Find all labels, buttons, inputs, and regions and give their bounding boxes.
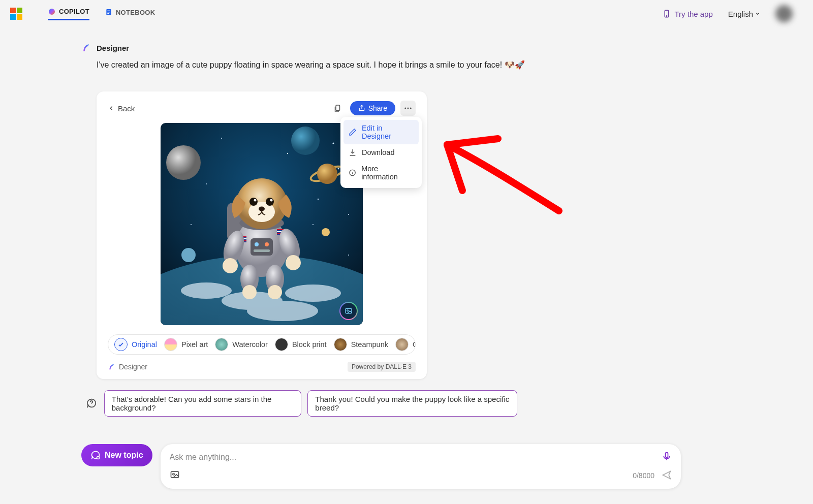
svg-rect-7 (336, 105, 340, 111)
svg-point-40 (265, 242, 269, 246)
new-topic-label: New topic (105, 451, 143, 460)
style-block-print[interactable]: Block print (275, 338, 327, 351)
svg-rect-69 (666, 453, 668, 458)
svg-point-71 (172, 474, 174, 475)
more-button[interactable] (400, 101, 416, 116)
svg-point-32 (181, 282, 232, 299)
svg-rect-4 (107, 13, 109, 14)
image-icon (345, 307, 353, 315)
svg-point-26 (291, 127, 320, 155)
svg-point-53 (286, 255, 301, 270)
tab-copilot[interactable]: COPILOT (48, 8, 89, 20)
card-footer: Designer Powered by DALL·E 3 (108, 362, 416, 372)
header-right: Try the app English (662, 5, 803, 22)
svg-point-0 (49, 9, 55, 15)
chevron-down-icon (755, 11, 760, 16)
style-label: Cl (413, 340, 416, 349)
char-counter: 0/8000 (633, 471, 654, 480)
suggestion-1[interactable]: That's adorable! Can you add some stars … (104, 390, 302, 417)
composer: 0/8000 (161, 444, 681, 489)
microsoft-logo[interactable] (10, 8, 22, 20)
copilot-icon (48, 8, 56, 16)
menu-download[interactable]: Download (343, 144, 419, 161)
style-watercolor[interactable]: Watercolor (215, 338, 268, 351)
style-label: Steampunk (351, 340, 388, 349)
attach-image-button[interactable] (170, 469, 180, 482)
svg-point-62 (254, 199, 257, 202)
mic-button[interactable] (662, 451, 672, 463)
menu-label: More information (361, 165, 414, 181)
svg-point-28 (317, 164, 337, 184)
svg-point-14 (221, 138, 222, 139)
header-tabs: COPILOT NOTEBOOK (48, 8, 155, 20)
send-button[interactable] (662, 470, 672, 482)
tab-notebook[interactable]: NOTEBOOK (105, 8, 155, 20)
svg-point-63 (266, 198, 274, 206)
assistant-name: Designer (97, 44, 129, 52)
style-steampunk[interactable]: Steampunk (334, 338, 388, 351)
info-icon (349, 169, 356, 177)
powered-by-badge: Powered by DALL·E 3 (348, 362, 416, 372)
generate-badge[interactable] (339, 302, 358, 320)
svg-point-9 (408, 108, 409, 109)
svg-rect-2 (107, 11, 110, 11)
download-icon (349, 148, 357, 156)
svg-point-23 (318, 199, 319, 200)
style-truncated[interactable]: Cl (395, 338, 416, 351)
generated-image[interactable] (161, 123, 363, 325)
svg-point-20 (332, 142, 334, 144)
svg-point-25 (166, 145, 201, 180)
svg-point-22 (206, 183, 207, 184)
share-button[interactable]: Share (350, 101, 395, 115)
new-topic-button[interactable]: New topic (81, 444, 152, 466)
card-toolbar: Back Share (108, 101, 416, 116)
footer-designer-label: Designer (119, 363, 147, 371)
more-icon (403, 104, 413, 113)
svg-point-8 (404, 108, 406, 109)
assistant-message: I've created an image of a cute puppy fl… (97, 59, 732, 71)
try-app-link[interactable]: Try the app (662, 9, 712, 18)
check-icon (117, 341, 124, 348)
user-avatar[interactable] (775, 5, 793, 22)
copy-button[interactable] (330, 101, 345, 116)
more-menu-dropdown: Edit in Designer Download More informati… (340, 117, 422, 188)
suggestion-2[interactable]: Thank you! Could you make the puppy look… (307, 390, 517, 417)
svg-point-52 (223, 258, 238, 273)
back-label: Back (118, 104, 135, 113)
style-label: Pixel art (181, 340, 208, 349)
share-icon (358, 105, 365, 112)
share-label: Share (368, 104, 387, 112)
menu-label: Download (362, 148, 395, 156)
svg-point-6 (667, 16, 668, 17)
svg-point-16 (312, 224, 314, 225)
style-pixel-art[interactable]: Pixel art (164, 338, 208, 351)
svg-point-61 (249, 198, 258, 206)
pencil-icon (349, 128, 357, 136)
svg-rect-38 (251, 238, 273, 256)
suggestion-row: That's adorable! Can you add some stars … (85, 390, 517, 417)
conversation: Designer I've created an image of a cute… (0, 27, 813, 417)
help-icon[interactable] (85, 396, 98, 411)
back-button[interactable]: Back (108, 104, 135, 113)
send-icon (662, 470, 672, 480)
chevron-left-icon (108, 105, 115, 112)
svg-point-21 (287, 153, 288, 154)
svg-point-64 (270, 199, 273, 202)
style-original[interactable]: Original (114, 338, 157, 351)
notebook-icon (105, 8, 113, 16)
language-selector[interactable]: English (728, 10, 760, 18)
svg-point-56 (242, 285, 257, 299)
style-presets[interactable]: Original Pixel art Watercolor Block prin… (108, 334, 416, 355)
style-label: Watercolor (232, 340, 268, 349)
menu-edit-designer[interactable]: Edit in Designer (343, 120, 419, 144)
new-topic-icon (90, 450, 101, 460)
menu-label: Edit in Designer (362, 124, 414, 140)
style-label: Block print (292, 340, 327, 349)
svg-point-34 (285, 285, 341, 302)
svg-point-24 (348, 214, 349, 215)
svg-point-57 (268, 285, 282, 299)
message-input[interactable] (170, 453, 662, 462)
svg-rect-3 (107, 12, 110, 12)
menu-more-info[interactable]: More information (343, 161, 419, 185)
composer-row: New topic 0/8000 (81, 444, 681, 489)
